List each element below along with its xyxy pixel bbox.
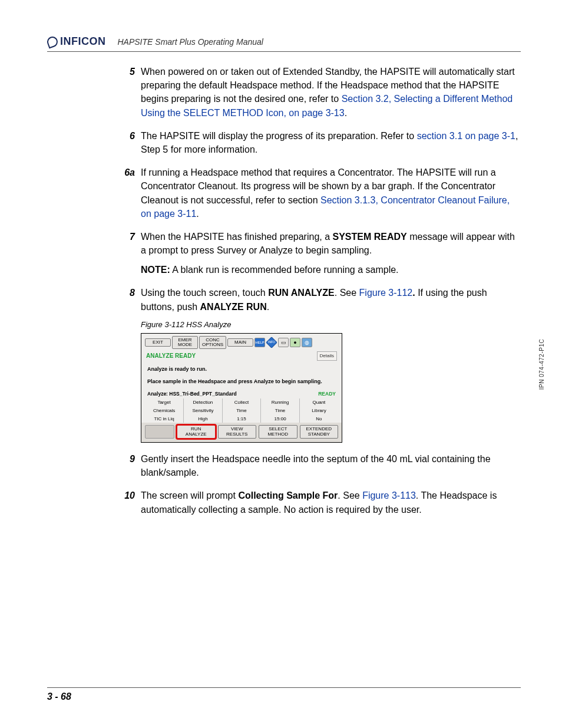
step-number: 6a <box>115 166 141 220</box>
text: . See <box>335 288 359 298</box>
step-8: 8 Using the touch screen, touch RUN ANAL… <box>115 286 521 443</box>
figure-caption: Figure 3-112 HSS Analyze <box>141 319 521 331</box>
ready-label: READY <box>318 390 336 397</box>
text: Gently insert the Headspace needle into … <box>141 454 491 477</box>
manual-title: HAPSITE Smart Plus Operating Manual <box>118 37 263 48</box>
cell: Sensitivity <box>184 407 223 415</box>
text: . <box>196 209 199 219</box>
logo-mark-icon <box>45 35 59 48</box>
step-5: 5 When powered on or taken out of Extend… <box>115 65 521 120</box>
step-6a: 6a If running a Headspace method that re… <box>115 166 521 220</box>
step-number: 7 <box>115 230 141 277</box>
note-label: NOTE: <box>141 265 170 275</box>
page-header: INFICON HAPSITE Smart Plus Operating Man… <box>47 35 521 52</box>
select-method-button[interactable]: SELECT METHOD <box>259 425 297 439</box>
exit-button[interactable]: EXIT <box>145 338 171 347</box>
cell: TIC in Liq <box>145 415 184 423</box>
text: Using the touch screen, touch <box>141 288 268 298</box>
xref-link[interactable]: section 3.1 on page 3-1 <box>417 131 515 141</box>
ss-bottom-toolbar: RUN ANALYZE VIEW RESULTS SELECT METHOD E… <box>141 423 342 442</box>
step-number: 8 <box>115 286 141 443</box>
text: The screen will prompt <box>141 490 238 500</box>
brand-text: INFICON <box>60 35 106 48</box>
ss-top-toolbar: EXIT EMER MODE CONC OPTIONS MAIN HELP IN… <box>141 334 342 351</box>
cell: High <box>184 415 223 423</box>
cell: Target <box>145 398 184 407</box>
run-analyze-button[interactable]: RUN ANALYZE <box>177 425 216 439</box>
page-number: 3 - 68 <box>47 691 71 701</box>
step-number: 9 <box>115 452 141 479</box>
cell: Collect <box>222 398 261 407</box>
cell: Time <box>222 407 261 415</box>
step-body: Using the touch screen, touch RUN ANALYZ… <box>141 286 521 443</box>
ss-status-bar: ANALYZE READY Details <box>141 350 342 362</box>
bold-text: RUN ANALYZE <box>268 288 335 298</box>
analyze-ready-label: ANALYZE READY <box>146 352 196 361</box>
bold-text: SYSTEM READY <box>333 232 407 242</box>
bold-text: Collecting Sample For <box>238 490 338 500</box>
step-body: If running a Headspace method that requi… <box>141 166 521 220</box>
hss-analyze-screenshot: EXIT EMER MODE CONC OPTIONS MAIN HELP IN… <box>141 333 342 443</box>
cell: Library <box>299 407 338 415</box>
cell: Time <box>261 407 300 415</box>
ss-body-line2: Place sample in the Headspace and press … <box>147 378 336 386</box>
cell: 1:15 <box>222 415 261 423</box>
step-10: 10 The screen will prompt Collecting Sam… <box>115 489 521 516</box>
ss-midline: Analyze: HSS_Tri-Bed_PPT_Standard READY <box>141 388 342 397</box>
cell: No <box>299 415 338 423</box>
ss-empty-slot <box>145 425 174 439</box>
brand-logo: INFICON <box>47 35 106 48</box>
xref-link[interactable]: Figure 3-113 <box>362 490 416 500</box>
step-body: The screen will prompt Collecting Sample… <box>141 489 521 516</box>
conc-options-button[interactable]: CONC OPTIONS <box>199 336 226 350</box>
step-body: The HAPSITE will display the progress of… <box>141 129 521 156</box>
table-row: TIC in Liq High 1:15 15:00 No <box>145 415 338 423</box>
step-number: 5 <box>115 65 141 120</box>
table-row: Target Detection Collect Running Quant <box>145 398 338 407</box>
text: The HAPSITE will display the progress of… <box>141 131 417 141</box>
step-body: When powered on or taken out of Extended… <box>141 65 521 120</box>
analyze-method-label: Analyze: HSS_Tri-Bed_PPT_Standard <box>147 390 237 397</box>
help-icon[interactable]: HELP <box>254 338 265 347</box>
step-7: 7 When the HAPSITE has finished preparin… <box>115 230 521 277</box>
page-footer: 3 - 68 <box>47 687 521 702</box>
document-code: IPN 074-472-P1C <box>538 338 545 389</box>
step-body: When the HAPSITE has finished preparing,… <box>141 230 521 277</box>
view-results-button[interactable]: VIEW RESULTS <box>218 425 257 439</box>
extended-standby-button[interactable]: EXTENDED STANDBY <box>300 425 339 439</box>
details-button[interactable]: Details <box>317 351 337 361</box>
status-indicator-icon[interactable]: ● <box>290 338 300 347</box>
text: . <box>345 108 347 118</box>
step-number: 6 <box>115 129 141 156</box>
text: . See <box>338 490 362 500</box>
note: NOTE: A blank run is recommended before … <box>141 263 521 276</box>
step-6: 6 The HAPSITE will display the progress … <box>115 129 521 156</box>
globe-icon[interactable]: ◍ <box>302 338 312 347</box>
step-body: Gently insert the Headspace needle into … <box>141 452 521 479</box>
cell: Detection <box>184 398 223 407</box>
text: . <box>267 302 269 312</box>
ss-body-line1: Analyze is ready to run. <box>147 365 336 373</box>
ss-body: Analyze is ready to run. Place sample in… <box>141 362 342 388</box>
cell: 15:00 <box>261 415 300 423</box>
main-content: 5 When powered on or taken out of Extend… <box>47 65 521 516</box>
note-text: A blank run is recommended before runnin… <box>170 265 399 275</box>
text: When the HAPSITE has finished preparing,… <box>141 232 333 242</box>
cell: Quant <box>299 398 338 407</box>
ss-params-table: Target Detection Collect Running Quant C… <box>145 398 338 423</box>
table-row: Chemicals Sensitivity Time Time Library <box>145 407 338 415</box>
step-number: 10 <box>115 489 141 516</box>
xref-link[interactable]: Figure 3-112 <box>359 288 413 298</box>
battery-icon[interactable]: ▭ <box>278 338 289 347</box>
step-9: 9 Gently insert the Headspace needle int… <box>115 452 521 479</box>
cell: Chemicals <box>145 407 184 415</box>
bold-text: ANALYZE RUN <box>200 302 267 312</box>
cell: Running <box>261 398 300 407</box>
main-button[interactable]: MAIN <box>227 338 253 347</box>
emer-mode-button[interactable]: EMER MODE <box>172 336 198 350</box>
